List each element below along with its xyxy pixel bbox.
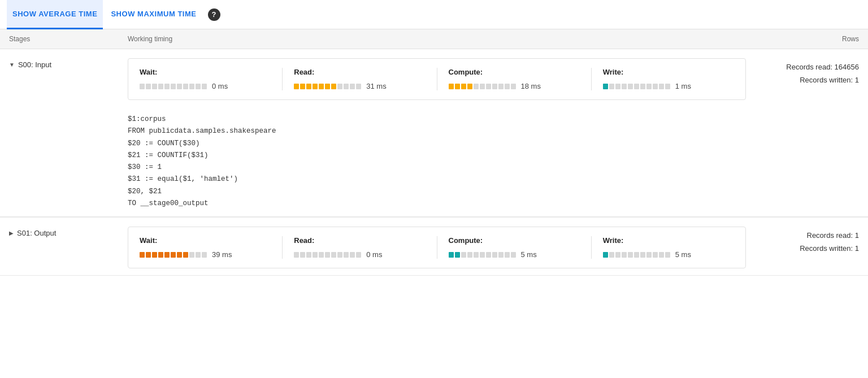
timing-value-compute: 18 ms	[521, 82, 541, 90]
col-header-rows: Rows	[746, 35, 859, 43]
code-block-s00: $1:corpusFROM publicdata.samples.shakesp…	[0, 107, 868, 217]
stage-label-s01: ▶ S01: Output	[9, 227, 128, 237]
timing-cell-wait: Wait: 39 ms	[128, 236, 283, 259]
bar-write	[603, 84, 671, 89]
timing-value-compute: 5 ms	[521, 250, 537, 259]
code-line: $31 := equal($1, 'hamlet')	[128, 173, 859, 185]
bar-wait	[140, 84, 207, 89]
timing-label-compute: Compute:	[449, 236, 580, 245]
timing-bar-row-compute: 18 ms	[449, 82, 580, 90]
help-icon[interactable]: ?	[208, 8, 220, 21]
timing-bar-row-wait: 0 ms	[140, 82, 271, 90]
tabs-bar: SHOW AVERAGE TIME SHOW MAXIMUM TIME ?	[0, 0, 868, 29]
code-line: $20 := COUNT($30)	[128, 138, 859, 150]
timing-cell-write: Write: 1 ms	[592, 68, 745, 90]
code-line: TO __stage00_output	[128, 198, 859, 210]
timing-label-wait: Wait:	[140, 68, 271, 76]
timing-value-read: 0 ms	[366, 250, 382, 259]
timing-bar-row-read: 0 ms	[294, 250, 425, 259]
records-read-s00: Records read: 164656	[755, 60, 859, 73]
stages-container: ▼ S00: Input Wait: 0 ms Read:	[0, 49, 868, 276]
timing-bar-row-write: 1 ms	[603, 82, 734, 90]
bar-read	[294, 252, 362, 258]
timing-cell-wait: Wait: 0 ms	[128, 68, 283, 90]
code-line: $20, $21	[128, 186, 859, 198]
records-written-s00: Records written: 1	[755, 73, 859, 86]
timing-label-wait: Wait:	[140, 236, 271, 245]
col-header-timing: Working timing	[128, 35, 746, 43]
bar-wait	[140, 252, 207, 258]
bar-compute	[449, 252, 517, 258]
timing-value-wait: 0 ms	[212, 82, 228, 90]
timing-value-wait: 39 ms	[212, 250, 232, 259]
stage-label-s00: ▼ S00: Input	[9, 58, 128, 69]
rows-col-s01: Records read: 1 Records written: 1	[746, 227, 859, 255]
code-line: $1:corpus	[128, 114, 859, 125]
stage-header-s01: ▶ S01: Output Wait: 39 ms Read:	[0, 218, 868, 275]
code-line: FROM publicdata.samples.shakespeare	[128, 125, 859, 137]
timing-label-write: Write:	[603, 236, 734, 245]
chevron-s01[interactable]: ▶	[9, 230, 14, 236]
timing-bar-row-compute: 5 ms	[449, 250, 580, 259]
stage-section-s01: ▶ S01: Output Wait: 39 ms Read:	[0, 218, 868, 276]
timing-cell-read: Read: 31 ms	[283, 68, 437, 90]
timing-cell-read: Read: 0 ms	[283, 236, 437, 259]
timing-card-s01: Wait: 39 ms Read: 0 ms Compute	[128, 227, 746, 268]
bar-read	[294, 84, 362, 89]
stage-header-s00: ▼ S00: Input Wait: 0 ms Read:	[0, 49, 868, 107]
timing-value-write: 5 ms	[675, 250, 691, 259]
timing-cell-compute: Compute: 18 ms	[437, 68, 592, 90]
bar-compute	[449, 84, 517, 89]
rows-col-s00: Records read: 164656 Records written: 1	[746, 58, 859, 87]
timing-bar-row-read: 31 ms	[294, 82, 425, 90]
timing-label-write: Write:	[603, 68, 734, 76]
tab-max[interactable]: SHOW MAXIMUM TIME	[105, 0, 202, 29]
column-headers: Stages Working timing Rows	[0, 29, 868, 49]
records-written-s01: Records written: 1	[755, 242, 859, 255]
tab-avg[interactable]: SHOW AVERAGE TIME	[7, 0, 103, 29]
timing-value-write: 1 ms	[675, 82, 691, 90]
timing-label-read: Read:	[294, 236, 425, 245]
timing-cell-write: Write: 5 ms	[592, 236, 745, 259]
timing-card-s00: Wait: 0 ms Read: 31 ms Compute	[128, 58, 746, 100]
chevron-s00[interactable]: ▼	[9, 62, 15, 68]
records-read-s01: Records read: 1	[755, 229, 859, 242]
bar-write	[603, 252, 671, 258]
col-header-stages: Stages	[9, 35, 128, 43]
stage-name-s00: S00: Input	[18, 60, 51, 69]
timing-label-read: Read:	[294, 68, 425, 76]
timing-value-read: 31 ms	[366, 82, 386, 90]
code-line: $21 := COUNTIF($31)	[128, 150, 859, 162]
timing-label-compute: Compute:	[449, 68, 580, 76]
stage-section-s00: ▼ S00: Input Wait: 0 ms Read:	[0, 49, 868, 218]
stage-name-s01: S01: Output	[17, 229, 56, 237]
timing-bar-row-wait: 39 ms	[140, 250, 271, 259]
timing-cell-compute: Compute: 5 ms	[437, 236, 592, 259]
code-line: $30 := 1	[128, 162, 859, 173]
timing-bar-row-write: 5 ms	[603, 250, 734, 259]
